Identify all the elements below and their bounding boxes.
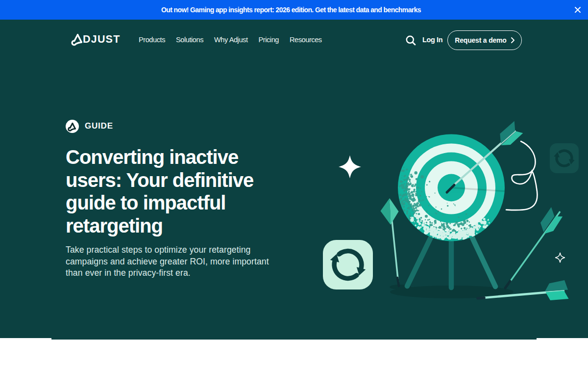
svg-text:DJUST: DJUST — [83, 33, 120, 45]
